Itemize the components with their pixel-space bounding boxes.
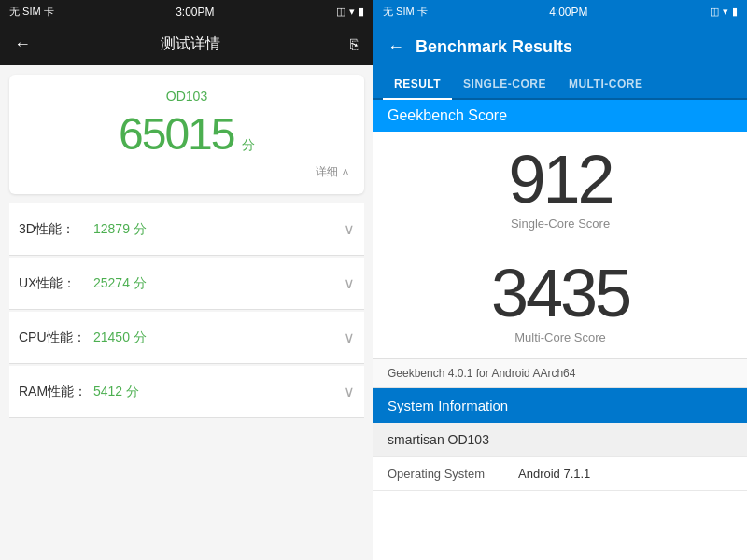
metric-value-cpu: 21450 分 xyxy=(93,329,344,346)
score-card: OD103 65015 分 详细 ∧ xyxy=(9,75,364,194)
score-card-label: OD103 xyxy=(23,89,350,104)
metric-label-ram: RAM性能： xyxy=(19,384,93,400)
multi-core-desc: Multi-Core Score xyxy=(374,330,747,344)
tab-single-core[interactable]: SINGLE-CORE xyxy=(452,70,557,98)
metric-value-ux: 25274 分 xyxy=(93,275,344,292)
metric-label-ux: UX性能： xyxy=(19,275,93,292)
metric-label-3d: 3D性能： xyxy=(19,221,93,238)
sys-info-device-row: smartisan OD103 xyxy=(374,423,747,457)
left-content: OD103 65015 分 详细 ∧ 3D性能： 12879 分 ∨ UX性能：… xyxy=(0,65,374,560)
battery-icon-right: ▮ xyxy=(732,6,738,18)
multi-core-score: 3435 xyxy=(374,259,747,327)
wifi-icon: ▾ xyxy=(349,6,355,18)
metric-value-3d: 12879 分 xyxy=(93,221,344,238)
metric-row-ux[interactable]: UX性能： 25274 分 ∨ xyxy=(9,258,364,310)
score-card-value: 65015 xyxy=(119,109,233,159)
chevron-down-icon-ux: ∨ xyxy=(344,274,355,292)
metrics-list: 3D性能： 12879 分 ∨ UX性能： 25274 分 ∨ CPU性能： 2… xyxy=(9,203,364,418)
left-status-carrier: 无 SIM 卡 xyxy=(9,5,54,19)
multi-core-section: 3435 Multi-Core Score xyxy=(374,245,747,359)
single-core-section: 912 Single-Core Score xyxy=(374,132,747,245)
tabs-bar: RESULT SINGLE-CORE MULTI-CORE xyxy=(374,70,747,100)
right-status-bar: 无 SIM 卡 4:00PM ◫ ▾ ▮ xyxy=(374,0,747,23)
tab-multi-core[interactable]: MULTI-CORE xyxy=(557,70,654,98)
right-status-icons: ◫ ▾ ▮ xyxy=(710,6,738,18)
left-header: ← 测试详情 ⎘ xyxy=(0,23,374,65)
wifi-icon-right: ▾ xyxy=(723,6,728,18)
sys-info-os-key: Operating System xyxy=(388,467,518,481)
geekbench-version: Geekbench 4.0.1 for Android AArch64 xyxy=(374,359,747,388)
right-panel: 无 SIM 卡 4:00PM ◫ ▾ ▮ ← Benchmark Results… xyxy=(374,0,747,560)
battery-icon: ▮ xyxy=(359,6,364,18)
metric-row-ram[interactable]: RAM性能： 5412 分 ∨ xyxy=(9,366,364,418)
right-carrier: 无 SIM 卡 xyxy=(383,5,428,19)
left-status-icons: ◫ ▾ ▮ xyxy=(336,6,364,18)
sys-info-os-val: Android 7.1.1 xyxy=(518,467,590,481)
right-page-title: Benchmark Results xyxy=(416,37,572,57)
single-core-desc: Single-Core Score xyxy=(374,217,747,231)
device-name: smartisan OD103 xyxy=(388,432,489,447)
left-status-time: 3:00PM xyxy=(176,6,214,19)
metric-row-cpu[interactable]: CPU性能： 21450 分 ∨ xyxy=(9,312,364,364)
metric-label-cpu: CPU性能： xyxy=(19,329,93,346)
sys-info-header: System Information xyxy=(374,388,747,423)
back-button[interactable]: ← xyxy=(14,35,31,54)
chevron-down-icon-ram: ∨ xyxy=(344,383,355,400)
share-icon[interactable]: ⎘ xyxy=(350,36,359,53)
score-unit: 分 xyxy=(242,137,255,152)
signal-icon: ◫ xyxy=(336,6,345,18)
geekbench-section-header: Geekbench Score xyxy=(374,100,747,132)
sys-info-os-row: Operating System Android 7.1.1 xyxy=(374,457,747,491)
metric-row-3d[interactable]: 3D性能： 12879 分 ∨ xyxy=(9,203,364,256)
score-card-value-row: 65015 分 xyxy=(23,108,350,160)
left-page-title: 测试详情 xyxy=(40,35,341,54)
chevron-down-icon-cpu: ∨ xyxy=(344,329,355,346)
chevron-down-icon-3d: ∨ xyxy=(344,220,355,238)
right-header: ← Benchmark Results xyxy=(374,23,747,70)
tab-result[interactable]: RESULT xyxy=(383,70,452,100)
single-core-score: 912 xyxy=(374,146,747,213)
signal-icon-right: ◫ xyxy=(710,6,719,18)
score-detail[interactable]: 详细 ∧ xyxy=(23,164,350,180)
esim-label: 无 SIM 卡 xyxy=(9,5,54,19)
right-back-button[interactable]: ← xyxy=(388,37,404,57)
right-status-time: 4:00PM xyxy=(549,6,587,19)
left-panel: 无 SIM 卡 3:00PM ◫ ▾ ▮ ← 测试详情 ⎘ OD103 6501… xyxy=(0,0,374,560)
metric-value-ram: 5412 分 xyxy=(93,384,344,400)
left-status-bar: 无 SIM 卡 3:00PM ◫ ▾ ▮ xyxy=(0,0,374,23)
